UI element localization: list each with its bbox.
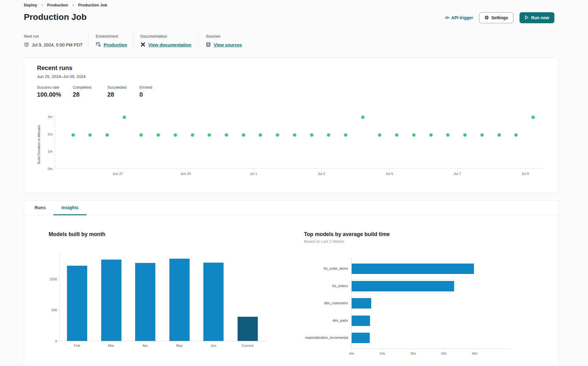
x-axis-tick: 0m [342, 352, 361, 355]
api-trigger-link[interactable]: </> API trigger [445, 15, 473, 20]
y-axis-tick: 1m [42, 150, 53, 153]
y-axis-tick-mark [58, 279, 60, 279]
run-dot[interactable] [446, 133, 449, 137]
x-axis-tick-mark [186, 169, 186, 170]
model-name-label: fct_orders [284, 284, 348, 288]
recent-runs-title: Recent runs [37, 65, 72, 72]
x-axis-tick-mark [321, 169, 322, 170]
next-run-column: Next run Jul 9, 2024, 5:00 PM PDT [24, 32, 88, 48]
x-axis-tick: 20s [404, 352, 422, 355]
x-axis-tick: Current [234, 344, 261, 347]
breadcrumb-production[interactable]: Production [47, 3, 68, 7]
view-documentation-link[interactable]: View documentation [148, 43, 191, 47]
run-dot[interactable] [395, 133, 398, 137]
run-dot[interactable] [327, 133, 330, 137]
y-axis-tick: 2m [42, 132, 53, 136]
settings-label: Settings [491, 15, 508, 20]
x-axis-tick: Jun 29 [175, 172, 196, 176]
run-dot[interactable] [514, 133, 518, 137]
x-axis-tick-mark [444, 349, 444, 350]
chevron-right-icon: › [41, 2, 43, 7]
model-build-time-bar [352, 264, 474, 274]
run-dot[interactable] [88, 133, 92, 137]
y-axis-tick: 3m [42, 115, 53, 119]
run-dot[interactable] [157, 133, 160, 137]
x-axis-tick-mark [389, 169, 390, 170]
x-axis-tick-mark [457, 169, 458, 170]
x-axis-tick: Jun 27 [107, 172, 128, 176]
run-dot[interactable] [497, 133, 501, 137]
recent-runs-card: Recent runs Jun 25, 2024–Jul 09, 2024 Su… [24, 57, 558, 193]
recent-runs-stats: Success rate 100.00% Completed 28 Succee… [37, 85, 152, 98]
run-now-label: Run now [531, 15, 549, 20]
breadcrumb: Deploy › Production › Production Job [24, 2, 107, 7]
model-name-label: dim_parts [284, 319, 348, 322]
run-dot[interactable] [105, 133, 109, 137]
x-axis-tick: Jun [200, 344, 227, 347]
model-name-label: dim_customers [284, 301, 348, 305]
run-dot[interactable] [259, 133, 262, 137]
y-axis-tick: 0 [45, 339, 57, 343]
alarm-clock-icon [24, 42, 29, 48]
model-build-time-bar [352, 281, 454, 291]
run-dot[interactable] [293, 133, 296, 137]
run-dot[interactable] [191, 133, 194, 137]
run-dot[interactable] [72, 133, 75, 137]
stat-completed: Completed 28 [73, 85, 107, 98]
x-axis-tick: May [166, 344, 193, 347]
run-dot[interactable] [429, 133, 433, 137]
run-dot[interactable] [208, 133, 211, 137]
run-dot[interactable] [412, 133, 416, 137]
run-dot[interactable] [276, 133, 279, 137]
run-dot[interactable] [225, 133, 228, 137]
stat-success-rate: Success rate 100.00% [37, 85, 73, 98]
environment-link[interactable]: Production [104, 43, 127, 47]
model-name-label: fct_order_items [284, 267, 348, 270]
x-axis-tick: 10s [373, 352, 392, 355]
month-bar [67, 266, 87, 341]
run-dot[interactable] [123, 116, 126, 119]
x-axis-tick: Feb [63, 344, 91, 347]
month-bar [203, 263, 224, 341]
y-axis-tick-mark [58, 309, 60, 310]
tab-insights[interactable]: Insights [54, 201, 87, 215]
settings-button[interactable]: ⚙ Settings [479, 12, 513, 23]
run-dot[interactable] [174, 133, 177, 137]
run-dot[interactable] [361, 116, 364, 119]
run-dot[interactable] [344, 133, 347, 137]
environment-label: Environment [96, 34, 133, 39]
run-dot[interactable] [378, 133, 381, 137]
play-icon [525, 15, 529, 20]
gear-icon: ⚙ [484, 15, 489, 20]
next-run-label: Next run [24, 34, 88, 39]
x-axis-tick: 30s [435, 352, 453, 355]
sources-column: Sources View sources [198, 32, 265, 48]
models-built-bar-chart: 05001000FebMarAprMayJunCurrent [59, 252, 266, 341]
x-axis-tick-mark [413, 349, 413, 350]
stat-errored: Errored 0 [139, 85, 152, 98]
sources-label: Sources [206, 34, 265, 39]
run-dot[interactable] [480, 133, 484, 137]
run-dot[interactable] [310, 133, 313, 137]
tab-runs[interactable]: Runs [27, 201, 54, 215]
month-bar [238, 317, 258, 341]
run-dot[interactable] [531, 116, 535, 119]
environment-column: Environment Production [88, 32, 133, 48]
api-trigger-label: API trigger [451, 15, 473, 20]
x-axis-tick: Jul 7 [447, 172, 468, 176]
y-axis-tick: 0m [42, 167, 53, 171]
next-run-value: Jul 9, 2024, 5:00 PM PDT [32, 43, 83, 47]
month-bar [169, 259, 190, 341]
run-dot[interactable] [242, 133, 245, 137]
run-dot[interactable] [463, 133, 467, 137]
run-dot[interactable] [139, 133, 143, 137]
model-build-time-bar [352, 316, 370, 326]
view-sources-link[interactable]: View sources [214, 43, 242, 47]
documentation-label: Documentation [140, 34, 198, 39]
top-models-chart-title: Top models by average build time [304, 231, 390, 238]
x-axis-tick-mark [383, 349, 383, 350]
run-now-button[interactable]: Run now [520, 12, 554, 23]
models-built-chart-title: Models built by month [49, 231, 105, 238]
x-axis-tick: Jul 1 [243, 172, 264, 176]
breadcrumb-deploy[interactable]: Deploy [24, 3, 37, 7]
